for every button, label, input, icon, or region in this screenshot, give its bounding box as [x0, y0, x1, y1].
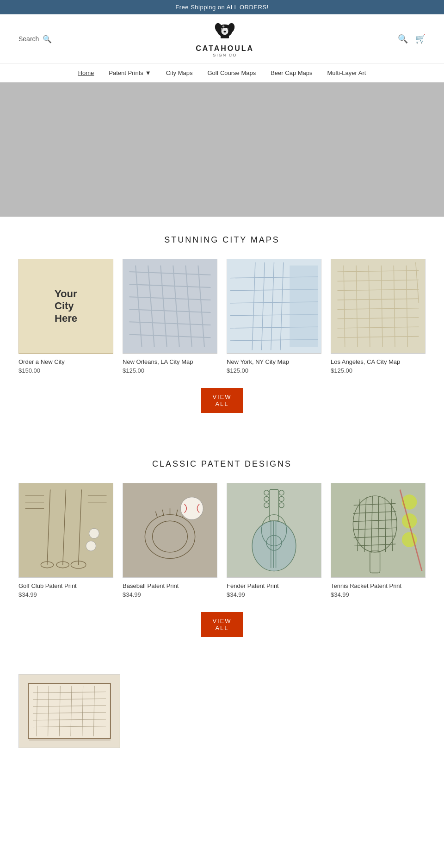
product-tennis-racket[interactable]: Tennis Racket Patent Print $34.99: [331, 483, 426, 598]
logo[interactable]: CATAHOULA SIGN CO: [52, 20, 398, 58]
nav-multi-layer-art[interactable]: Multi-Layer Art: [327, 69, 366, 76]
bottom-image: [18, 674, 120, 748]
top-banner: Free Shipping on ALL ORDERS!: [0, 0, 444, 14]
product-price-baseball: $34.99: [123, 591, 217, 598]
city-maps-section: STUNNING CITY MAPS YourCityHere Order a …: [0, 217, 444, 441]
svg-point-8: [222, 25, 225, 28]
product-title-baseball: Baseball Patent Print: [123, 582, 217, 589]
svg-point-65: [86, 541, 96, 551]
product-title-new-york: New York, NY City Map: [227, 358, 321, 365]
city-maps-grid: YourCityHere Order a New City $150.00: [18, 259, 426, 374]
svg-point-89: [252, 521, 296, 571]
product-title-los-angeles: Los Angeles, CA City Map: [331, 358, 426, 365]
product-price-new-orleans: $125.00: [123, 367, 217, 374]
product-image-new-orleans: [123, 259, 217, 354]
product-image-los-angeles: [331, 259, 426, 354]
svg-rect-52: [19, 483, 113, 577]
product-title-order-new-city: Order a New City: [18, 358, 113, 365]
svg-rect-10: [221, 36, 229, 38]
logo-sub: SIGN CO: [196, 53, 254, 57]
product-image-your-city: YourCityHere: [18, 259, 113, 354]
product-image-fender: [227, 483, 321, 578]
svg-rect-36: [331, 259, 425, 353]
patent-designs-title: CLASSIC PATENT DESIGNS: [18, 459, 426, 469]
product-image-new-york: [227, 259, 321, 354]
search-button[interactable]: 🔍: [398, 34, 408, 44]
product-image-baseball: [123, 483, 217, 578]
svg-rect-35: [290, 266, 318, 347]
hero-image: [0, 82, 444, 217]
nav-beer-cap-maps[interactable]: Beer Cap Maps: [271, 69, 312, 76]
svg-point-6: [222, 28, 223, 29]
bottom-section: [0, 665, 444, 767]
bottom-map-art: [19, 674, 120, 748]
city-maps-view-all-button[interactable]: VIEWALL: [201, 388, 242, 413]
svg-point-64: [89, 528, 99, 538]
product-price-tennis-racket: $34.99: [331, 591, 426, 598]
svg-point-74: [181, 497, 204, 520]
patent-view-all-button[interactable]: VIEWALL: [201, 612, 242, 637]
product-image-golf: [18, 483, 113, 578]
svg-rect-123: [29, 739, 111, 741]
product-fender[interactable]: Fender Patent Print $34.99: [227, 483, 321, 598]
svg-point-7: [227, 28, 228, 29]
nav-city-maps[interactable]: City Maps: [166, 69, 193, 76]
city-maps-title: STUNNING CITY MAPS: [18, 235, 426, 245]
product-price-new-york: $125.00: [227, 367, 321, 374]
patent-designs-grid: Golf Club Patent Print $34.99: [18, 483, 426, 598]
city-maps-view-all-container: VIEWALL: [18, 388, 426, 413]
product-price-fender: $34.99: [227, 591, 321, 598]
product-price-golf-club: $34.99: [18, 591, 113, 598]
product-golf-club[interactable]: Golf Club Patent Print $34.99: [18, 483, 113, 598]
logo-name: CATAHOULA: [196, 44, 254, 53]
cart-button[interactable]: 🛒: [415, 34, 426, 44]
nav-home[interactable]: Home: [78, 69, 94, 76]
product-baseball[interactable]: Baseball Patent Print $34.99: [123, 483, 217, 598]
nav-golf-course-maps[interactable]: Golf Course Maps: [207, 69, 256, 76]
product-title-tennis-racket: Tennis Racket Patent Print: [331, 582, 426, 589]
header: Search 🔍: [0, 14, 444, 64]
product-image-tennis: [331, 483, 426, 578]
header-icons: 🔍 🛒: [398, 34, 426, 44]
svg-point-105: [402, 494, 417, 509]
product-new-orleans[interactable]: New Orleans, LA City Map $125.00: [123, 259, 217, 374]
main-nav: Home Patent Prints ▼ City Maps Golf Cour…: [0, 64, 444, 82]
search-label: Search: [18, 35, 39, 43]
search-trigger[interactable]: Search 🔍: [18, 35, 52, 44]
patent-view-all-container: VIEWALL: [18, 612, 426, 637]
product-new-york[interactable]: New York, NY City Map $125.00: [227, 259, 321, 374]
your-city-text: YourCityHere: [45, 279, 86, 334]
logo-icon: [211, 20, 239, 43]
banner-text: Free Shipping on ALL ORDERS!: [175, 4, 268, 11]
svg-rect-66: [123, 483, 217, 577]
svg-point-9: [224, 31, 226, 33]
product-title-golf-club: Golf Club Patent Print: [18, 582, 113, 589]
product-order-new-city[interactable]: YourCityHere Order a New City $150.00: [18, 259, 113, 374]
product-price-order-new-city: $150.00: [18, 367, 113, 374]
product-los-angeles[interactable]: Los Angeles, CA City Map $125.00: [331, 259, 426, 374]
nav-patent-prints[interactable]: Patent Prints ▼: [109, 69, 151, 76]
search-icon: 🔍: [43, 35, 52, 44]
chevron-down-icon: ▼: [145, 69, 151, 76]
product-title-new-orleans: New Orleans, LA City Map: [123, 358, 217, 365]
product-title-fender: Fender Patent Print: [227, 582, 321, 589]
patent-designs-section: CLASSIC PATENT DESIGNS: [0, 441, 444, 665]
product-price-los-angeles: $125.00: [331, 367, 426, 374]
